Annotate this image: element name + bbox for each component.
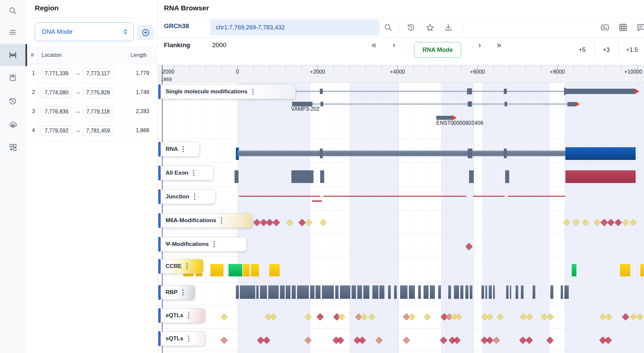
rbp-element[interactable] bbox=[388, 285, 391, 299]
junction-segment[interactable] bbox=[473, 196, 504, 197]
rbp-element[interactable] bbox=[485, 285, 487, 299]
locus-input[interactable] bbox=[210, 19, 379, 35]
location-end-value[interactable]: 7,779,118 bbox=[82, 106, 114, 117]
rbp-element[interactable] bbox=[256, 285, 259, 299]
flanking-value[interactable]: 2000 bbox=[212, 41, 226, 49]
exon-box[interactable] bbox=[469, 170, 474, 183]
rbp-element[interactable] bbox=[352, 285, 356, 299]
diamond-marker[interactable] bbox=[338, 313, 346, 321]
rbp-element[interactable] bbox=[394, 285, 397, 299]
table-row[interactable]: 47,779,592→7,781,4591,868 bbox=[25, 121, 158, 141]
mode-select[interactable]: DNA Mode bbox=[35, 22, 134, 41]
kebab-menu-icon[interactable] bbox=[186, 263, 188, 269]
exon-box[interactable] bbox=[292, 102, 312, 106]
ccre-element[interactable] bbox=[620, 264, 630, 276]
rbp-element[interactable] bbox=[424, 285, 429, 299]
diamond-marker[interactable] bbox=[337, 337, 345, 344]
rbp-element[interactable] bbox=[561, 285, 563, 299]
rbp-element[interactable] bbox=[292, 285, 296, 299]
exon-box[interactable] bbox=[436, 116, 452, 120]
exon-box[interactable] bbox=[468, 101, 472, 107]
ccre-element[interactable] bbox=[269, 264, 280, 276]
search-icon[interactable] bbox=[0, 0, 25, 21]
kebab-menu-icon[interactable] bbox=[193, 170, 194, 176]
location-start-value[interactable]: 7,776,836 bbox=[41, 106, 72, 117]
rbp-element[interactable] bbox=[510, 285, 511, 299]
rbp-element[interactable] bbox=[521, 285, 524, 299]
diamond-marker[interactable] bbox=[403, 337, 410, 344]
rbp-element[interactable] bbox=[379, 285, 384, 299]
rbp-element[interactable] bbox=[564, 285, 569, 299]
rbp-element[interactable] bbox=[297, 285, 309, 299]
menu-icon[interactable] bbox=[0, 22, 25, 43]
card-view-icon[interactable] bbox=[599, 21, 611, 33]
bookmark-icon[interactable] bbox=[0, 67, 25, 88]
rbp-element[interactable] bbox=[322, 285, 334, 299]
zoom-button-plus5[interactable]: +5 bbox=[571, 42, 593, 58]
search-icon[interactable] bbox=[382, 21, 394, 33]
widgets-add-icon[interactable] bbox=[0, 137, 25, 158]
track-chip[interactable]: CCRE bbox=[161, 259, 203, 274]
fast-backward-button[interactable]: « bbox=[369, 40, 379, 50]
rbp-element[interactable] bbox=[506, 285, 509, 299]
rbp-element[interactable] bbox=[481, 285, 484, 299]
exon-box[interactable] bbox=[320, 170, 324, 183]
history-icon[interactable] bbox=[0, 91, 25, 112]
ccre-element[interactable] bbox=[228, 264, 242, 276]
exon-box[interactable] bbox=[320, 102, 323, 106]
rbp-element[interactable] bbox=[465, 285, 468, 299]
junction-segment[interactable] bbox=[312, 200, 322, 202]
rbp-element[interactable] bbox=[363, 285, 369, 299]
rna-body-bar[interactable] bbox=[238, 151, 565, 156]
rbp-element[interactable] bbox=[550, 285, 553, 299]
table-row[interactable]: 27,774,080→7,775,8281,749 bbox=[25, 83, 158, 102]
diamond-marker[interactable] bbox=[408, 313, 416, 321]
table-row[interactable]: 37,776,836→7,779,1182,283 bbox=[25, 102, 158, 121]
kebab-menu-icon[interactable] bbox=[183, 146, 184, 152]
rbp-element[interactable] bbox=[470, 285, 472, 299]
zoom-button-plus1.5[interactable]: +1.5 bbox=[620, 42, 644, 58]
kebab-menu-icon[interactable] bbox=[213, 241, 215, 247]
forward-button[interactable]: › bbox=[474, 40, 485, 50]
rbp-element[interactable] bbox=[409, 285, 415, 299]
track-chip[interactable]: RNA bbox=[161, 142, 200, 157]
history-icon[interactable] bbox=[405, 21, 417, 33]
exon-box[interactable] bbox=[505, 170, 509, 183]
ccre-element[interactable] bbox=[251, 264, 259, 276]
rbp-element[interactable] bbox=[438, 285, 441, 299]
rna-mode-button[interactable]: RNA Mode bbox=[414, 42, 461, 58]
exon-box[interactable] bbox=[565, 89, 635, 94]
location-end-value[interactable]: 7,781,459 bbox=[82, 125, 114, 136]
download-icon[interactable] bbox=[442, 21, 454, 33]
rbp-element[interactable] bbox=[268, 285, 279, 299]
location-end-value[interactable]: 7,775,828 bbox=[82, 87, 114, 98]
ccre-element[interactable] bbox=[210, 264, 223, 276]
track-chip[interactable]: Single molecule modifications bbox=[161, 84, 296, 99]
rbp-element[interactable] bbox=[310, 285, 314, 299]
junction-segment[interactable] bbox=[324, 196, 466, 197]
track-chip[interactable]: All Exon bbox=[161, 166, 213, 180]
diamond-marker[interactable] bbox=[424, 313, 431, 321]
rbp-element[interactable] bbox=[489, 285, 492, 299]
kebab-menu-icon[interactable] bbox=[194, 194, 195, 200]
track-chip[interactable]: Ψ-Modifications bbox=[161, 237, 247, 252]
rbp-element[interactable] bbox=[516, 285, 518, 299]
rbp-element[interactable] bbox=[454, 285, 459, 299]
rbp-element[interactable] bbox=[448, 285, 451, 299]
location-start-value[interactable]: 7,779,592 bbox=[41, 125, 72, 136]
track-chip[interactable]: RBP bbox=[161, 285, 195, 300]
location-start-value[interactable]: 7,771,339 bbox=[41, 68, 72, 79]
rbp-element[interactable] bbox=[460, 285, 463, 299]
exon-merged-box[interactable] bbox=[565, 170, 636, 183]
exon-box[interactable] bbox=[235, 170, 239, 183]
kebab-menu-icon[interactable] bbox=[188, 336, 189, 342]
table-row[interactable]: 17,771,339→7,773,1171,779 bbox=[25, 64, 158, 83]
backward-button[interactable]: ‹ bbox=[389, 40, 399, 50]
rna-exon-bar[interactable] bbox=[320, 149, 323, 158]
rbp-element[interactable] bbox=[357, 285, 362, 299]
track-chip[interactable]: M6A-Modifications bbox=[161, 213, 253, 228]
exon-box[interactable] bbox=[504, 89, 507, 94]
track-chip[interactable]: eQTLs bbox=[161, 308, 205, 323]
exon-box[interactable] bbox=[291, 170, 313, 183]
rna-exon-bar[interactable] bbox=[468, 149, 472, 158]
